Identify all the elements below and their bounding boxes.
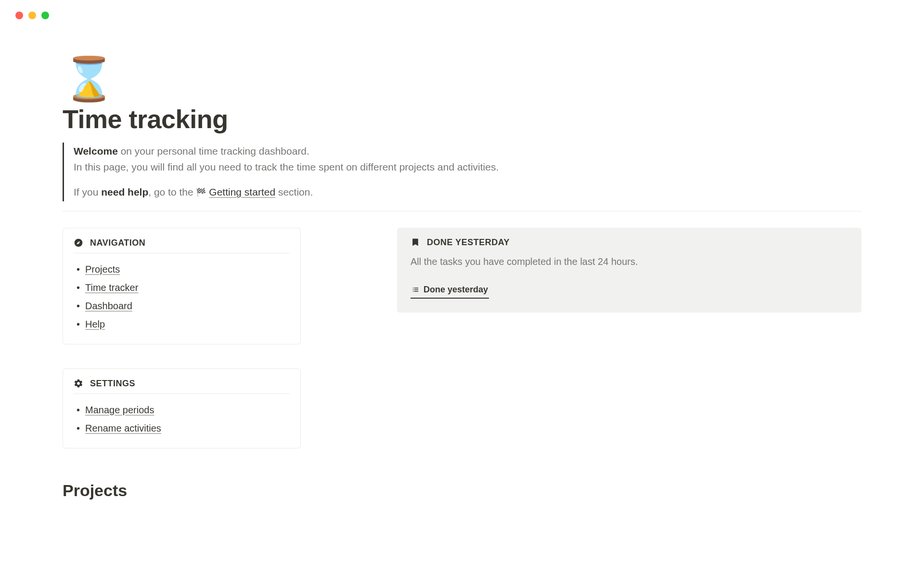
nav-item-time-tracker: Time tracker [85,278,290,297]
settings-link-rename-activities[interactable]: Rename activities [85,423,161,434]
intro-welcome-rest: on your personal time tracking dashboard… [118,145,309,157]
checkered-flag-icon: 🏁 [196,186,206,199]
compass-icon [74,238,83,248]
page-icon[interactable]: ⌛ [63,58,861,100]
settings-item-rename-activities: Rename activities [85,419,290,437]
settings-heading: SETTINGS [74,379,290,394]
settings-list: Manage periods Rename activities [74,401,290,437]
left-column: NAVIGATION Projects Time tracker Dashboa… [63,228,301,448]
minimize-window-button[interactable] [28,12,36,19]
nav-link-time-tracker[interactable]: Time tracker [85,282,138,293]
intro-line-1: Welcome on your personal time tracking d… [74,144,861,159]
settings-heading-text: SETTINGS [90,379,135,389]
navigation-list: Projects Time tracker Dashboard Help [74,260,290,333]
list-icon [411,286,420,294]
projects-section-heading: Projects [63,481,861,500]
getting-started-link[interactable]: Getting started [209,186,275,197]
nav-link-dashboard[interactable]: Dashboard [85,301,132,311]
intro-welcome-strong: Welcome [74,145,118,157]
page-title[interactable]: Time tracking [63,104,861,134]
tab-done-yesterday[interactable]: Done yesterday [411,282,489,299]
close-window-button[interactable] [15,12,23,19]
navigation-heading: NAVIGATION [74,238,290,253]
nav-item-dashboard: Dashboard [85,297,290,315]
done-yesterday-subtext: All the tasks you have completed in the … [411,256,848,267]
settings-item-manage-periods: Manage periods [85,401,290,419]
page-content: ⌛ Time tracking Welcome on your personal… [0,19,924,500]
navigation-heading-text: NAVIGATION [90,238,145,248]
intro-callout: Welcome on your personal time tracking d… [63,143,861,201]
bookmark-icon [411,237,420,247]
intro-help-suffix: section. [275,186,313,197]
done-yesterday-heading-text: DONE YESTERDAY [427,237,510,248]
tab-done-yesterday-label: Done yesterday [424,285,488,295]
maximize-window-button[interactable] [41,12,49,19]
intro-help-prefix: If you [74,186,101,197]
navigation-card: NAVIGATION Projects Time tracker Dashboa… [63,228,301,344]
gear-icon [74,379,83,388]
intro-help-line: If you need help, go to the 🏁 Getting st… [74,184,861,200]
intro-line-2: In this page, you will find all you need… [74,159,861,175]
right-column: DONE YESTERDAY All the tasks you have co… [397,228,861,448]
intro-help-mid: , go to the [148,186,196,197]
done-yesterday-card: DONE YESTERDAY All the tasks you have co… [397,228,861,313]
nav-link-projects[interactable]: Projects [85,264,120,275]
settings-link-manage-periods[interactable]: Manage periods [85,405,154,415]
nav-item-help: Help [85,315,290,333]
nav-link-help[interactable]: Help [85,319,105,329]
divider [63,211,861,211]
window-traffic-lights [0,0,924,19]
done-yesterday-heading: DONE YESTERDAY [411,237,848,250]
intro-help-strong: need help [101,186,148,197]
columns: NAVIGATION Projects Time tracker Dashboa… [63,228,861,448]
nav-item-projects: Projects [85,260,290,278]
settings-card: SETTINGS Manage periods Rename activitie… [63,368,301,448]
done-yesterday-tabs: Done yesterday [411,282,848,299]
